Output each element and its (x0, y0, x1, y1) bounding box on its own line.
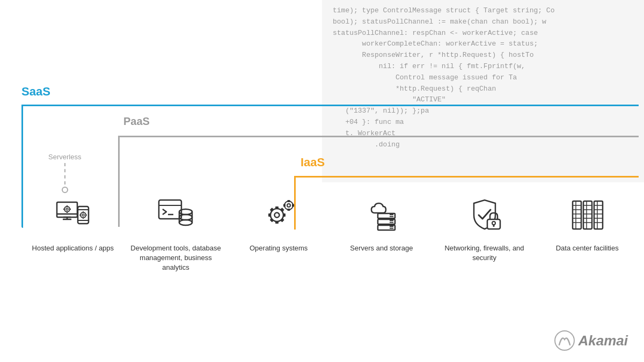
serverless-dashed-line (64, 163, 65, 184)
svg-point-40 (284, 201, 293, 210)
hosted-apps-icon-wrap (52, 193, 94, 236)
dev-tools-icon (157, 196, 195, 233)
main-content: SaaS PaaS IaaS Serverless (0, 0, 644, 362)
datacenter-icon-wrap (566, 193, 609, 236)
icon-item-datacenter: Data center facilities (536, 193, 639, 253)
networking-label: Networking, firewalls, and security (438, 243, 531, 263)
svg-rect-35 (283, 213, 286, 217)
svg-point-14 (80, 212, 86, 218)
svg-point-6 (66, 208, 68, 210)
svg-rect-39 (280, 218, 284, 223)
data-center-label: Data center facilities (556, 243, 619, 253)
svg-rect-34 (268, 213, 271, 217)
icons-row: Hosted applications / apps (21, 193, 639, 273)
hosted-apps-icon (54, 196, 92, 233)
icon-item-servers: Servers and storage (330, 193, 433, 253)
servers-label: Servers and storage (350, 243, 413, 253)
saas-top-line (21, 105, 639, 106)
hosted-apps-label: Hosted applications / apps (32, 243, 114, 253)
os-icon-wrap (257, 193, 300, 236)
svg-rect-38 (280, 208, 284, 212)
svg-rect-59 (493, 224, 494, 227)
paas-top-line (118, 136, 639, 137)
svg-rect-44 (283, 204, 286, 207)
akamai-text: Akamai (579, 333, 628, 349)
networking-icon-wrap (463, 193, 506, 236)
serverless-circle (62, 187, 68, 193)
icon-item-dev-tools: Development tools, database management, … (125, 193, 228, 273)
svg-rect-42 (288, 200, 290, 202)
icon-item-networking: Networking, firewalls, and security (433, 193, 536, 263)
dev-tools-icon-wrap (155, 193, 197, 236)
iaas-label: IaaS (301, 156, 325, 169)
iaas-top-line (294, 176, 639, 178)
svg-point-27 (179, 220, 192, 225)
svg-point-5 (64, 206, 70, 212)
serverless-indicator: Serverless (48, 153, 81, 193)
servers-storage-icon (363, 196, 400, 233)
akamai-logo: Akamai (554, 330, 628, 351)
networking-icon (466, 196, 503, 233)
servers-icon-wrap (360, 193, 403, 236)
os-icon (260, 196, 297, 233)
akamai-logo-icon (554, 330, 575, 351)
svg-rect-0 (57, 202, 77, 217)
svg-rect-36 (270, 208, 274, 212)
svg-rect-33 (275, 221, 279, 224)
svg-rect-43 (288, 209, 290, 211)
svg-rect-37 (270, 218, 274, 223)
dev-tools-label: Development tools, database management, … (130, 243, 222, 273)
svg-point-15 (82, 214, 84, 216)
saas-label: SaaS (21, 85, 50, 99)
icon-item-hosted-apps: Hosted applications / apps (21, 193, 125, 253)
os-label: Operating systems (250, 243, 308, 253)
svg-rect-45 (292, 204, 294, 207)
icon-item-os: Operating systems (227, 193, 330, 253)
svg-rect-32 (275, 206, 279, 209)
svg-point-31 (275, 213, 280, 218)
svg-point-41 (287, 204, 290, 207)
svg-rect-20 (159, 200, 181, 219)
serverless-label: Serverless (48, 153, 81, 161)
paas-label: PaaS (123, 115, 150, 128)
data-center-icon (568, 196, 606, 233)
